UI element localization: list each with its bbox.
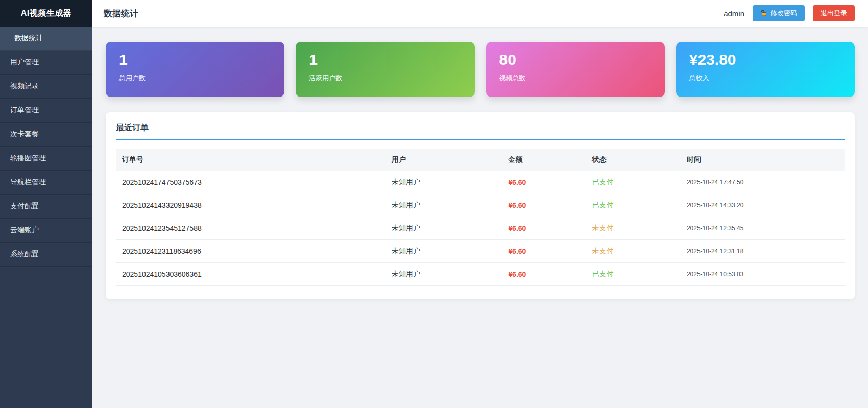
column-header: 订单号 (116, 149, 385, 171)
amount-cell: ¥6.60 (502, 171, 586, 194)
topbar: 数据统计 admin 修改密码 退出登录 (92, 0, 868, 27)
app-title: AI视频生成器 (0, 0, 92, 27)
main-area: 数据统计 admin 修改密码 退出登录 (92, 0, 868, 408)
sidebar-item[interactable]: 轮播图管理 (0, 147, 92, 171)
stat-label: 视频总数 (499, 74, 652, 83)
order-number-cell: 20251024123118634696 (116, 240, 385, 263)
order-number-cell: 20251024143320919438 (116, 194, 385, 217)
sidebar: AI视频生成器 数据统计用户管理视频记录订单管理次卡套餐轮播图管理导航栏管理支付… (0, 0, 92, 408)
amount-cell: ¥6.60 (502, 217, 586, 240)
table-row: 20251024123545127588 未知用户 ¥6.60 未支付 2025… (116, 217, 845, 240)
unlock-icon (760, 10, 767, 17)
time-cell: 2025-10-24 14:33:20 (681, 194, 845, 217)
stat-value: 1 (309, 51, 461, 68)
stat-card: 80 视频总数 (486, 42, 665, 97)
table-row: 20251024123118634696 未知用户 ¥6.60 未支付 2025… (116, 240, 845, 263)
topbar-actions: admin 修改密码 退出登录 (724, 5, 855, 21)
sidebar-item[interactable]: 系统配置 (0, 243, 92, 267)
time-cell: 2025-10-24 17:47:50 (681, 171, 845, 194)
user-cell: 未知用户 (385, 240, 502, 263)
sidebar-item[interactable]: 用户管理 (0, 51, 92, 75)
column-header: 金额 (502, 149, 586, 171)
amount-cell: ¥6.60 (502, 263, 586, 286)
table-row: 20251024105303606361 未知用户 ¥6.60 已支付 2025… (116, 263, 845, 286)
stat-label: 总用户数 (119, 74, 271, 83)
user-cell: 未知用户 (385, 263, 502, 286)
sidebar-item[interactable]: 视频记录 (0, 75, 92, 99)
amount-cell: ¥6.60 (502, 240, 586, 263)
logout-button[interactable]: 退出登录 (813, 5, 855, 21)
stat-card: 1 总用户数 (106, 42, 284, 97)
page-title: 数据统计 (104, 8, 138, 19)
stat-value: 80 (499, 51, 652, 68)
status-badge: 已支付 (586, 171, 681, 194)
recent-orders-title: 最近订单 (116, 122, 845, 140)
status-badge: 已支付 (586, 263, 681, 286)
app-root: AI视频生成器 数据统计用户管理视频记录订单管理次卡套餐轮播图管理导航栏管理支付… (0, 0, 868, 408)
order-number-cell: 20251024123545127588 (116, 217, 385, 240)
user-cell: 未知用户 (385, 171, 502, 194)
status-badge: 已支付 (586, 194, 681, 217)
table-row: 20251024174750375673 未知用户 ¥6.60 已支付 2025… (116, 171, 845, 194)
username: admin (724, 9, 744, 18)
stat-cards: 1 总用户数 1 活跃用户数 80 视频总数 ¥23.80 总收入 (106, 42, 855, 97)
sidebar-item[interactable]: 云端账户 (0, 219, 92, 243)
status-badge: 未支付 (586, 240, 681, 263)
stat-value: 1 (119, 51, 271, 68)
table-row: 20251024143320919438 未知用户 ¥6.60 已支付 2025… (116, 194, 845, 217)
stat-label: 活跃用户数 (309, 74, 461, 83)
user-cell: 未知用户 (385, 217, 502, 240)
table-header-row: 订单号用户金额状态时间 (116, 149, 845, 171)
stat-label: 总收入 (689, 74, 841, 83)
content: 1 总用户数 1 活跃用户数 80 视频总数 ¥23.80 总收入 最近订单 (92, 27, 868, 408)
stat-value: ¥23.80 (689, 51, 841, 68)
column-header: 用户 (385, 149, 502, 171)
stat-card: 1 活跃用户数 (296, 42, 474, 97)
change-password-button[interactable]: 修改密码 (753, 5, 805, 21)
orders-table: 订单号用户金额状态时间 20251024174750375673 未知用户 ¥6… (116, 149, 845, 286)
column-header: 时间 (681, 149, 845, 171)
sidebar-item[interactable]: 支付配置 (0, 195, 92, 219)
sidebar-item[interactable]: 导航栏管理 (0, 171, 92, 195)
order-number-cell: 20251024174750375673 (116, 171, 385, 194)
stat-card: ¥23.80 总收入 (676, 42, 855, 97)
recent-orders-panel: 最近订单 订单号用户金额状态时间 20251024174750375673 (106, 112, 855, 299)
amount-cell: ¥6.60 (502, 194, 586, 217)
logout-label: 退出登录 (821, 9, 847, 18)
order-number-cell: 20251024105303606361 (116, 263, 385, 286)
sidebar-item[interactable]: 次卡套餐 (0, 123, 92, 147)
time-cell: 2025-10-24 10:53:03 (681, 263, 845, 286)
column-header: 状态 (586, 149, 681, 171)
sidebar-nav: 数据统计用户管理视频记录订单管理次卡套餐轮播图管理导航栏管理支付配置云端账户系统… (0, 27, 92, 267)
time-cell: 2025-10-24 12:35:45 (681, 217, 845, 240)
sidebar-item[interactable]: 订单管理 (0, 99, 92, 123)
change-password-label: 修改密码 (770, 9, 797, 18)
status-badge: 未支付 (586, 217, 681, 240)
user-cell: 未知用户 (385, 194, 502, 217)
time-cell: 2025-10-24 12:31:18 (681, 240, 845, 263)
sidebar-item[interactable]: 数据统计 (0, 27, 92, 51)
